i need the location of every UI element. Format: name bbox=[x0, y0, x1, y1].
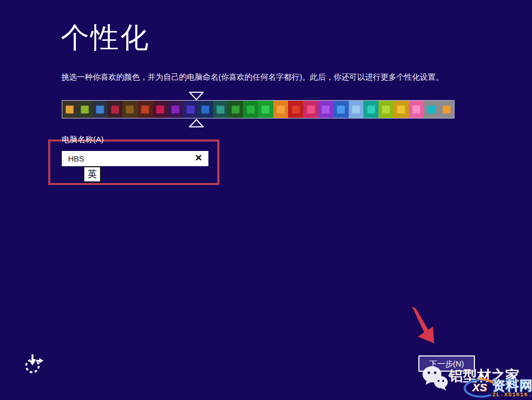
accent-swatch bbox=[277, 105, 285, 113]
color-cell-18[interactable] bbox=[334, 101, 349, 118]
accent-swatch bbox=[66, 105, 74, 113]
color-cell-1[interactable] bbox=[77, 101, 93, 118]
accent-swatch bbox=[322, 105, 330, 113]
accent-swatch bbox=[186, 105, 194, 113]
color-cell-23[interactable] bbox=[409, 101, 424, 118]
ease-of-access-icon[interactable] bbox=[24, 353, 43, 375]
wechat-icon bbox=[422, 365, 449, 391]
color-cell-21[interactable] bbox=[379, 101, 394, 118]
clear-input-icon[interactable]: ✕ bbox=[193, 153, 204, 164]
color-cell-19[interactable] bbox=[349, 101, 364, 118]
xs-site-logo: XS 资料网 ZL.XS1616.COM bbox=[463, 377, 532, 400]
page-subtitle: 挑选一种你喜欢的颜色，并为自己的电脑命名(你喜欢的任何名字都行)。此后，你还可以… bbox=[61, 72, 470, 82]
color-cell-12[interactable] bbox=[243, 101, 258, 118]
accent-swatch bbox=[427, 105, 435, 113]
accent-swatch bbox=[171, 105, 179, 113]
computer-name-input[interactable] bbox=[62, 151, 208, 166]
computer-name-field-wrap: ✕ bbox=[62, 151, 208, 166]
color-cell-25[interactable] bbox=[439, 101, 454, 118]
accent-swatch bbox=[231, 105, 239, 113]
accent-swatch bbox=[262, 105, 270, 113]
ime-language-indicator[interactable]: 英 bbox=[83, 166, 101, 182]
color-cell-11[interactable] bbox=[228, 101, 243, 118]
accent-swatch bbox=[367, 105, 375, 113]
slider-indicator-up-icon[interactable] bbox=[189, 119, 204, 127]
color-cell-2[interactable] bbox=[93, 101, 108, 118]
annotation-arrow-icon bbox=[409, 307, 442, 349]
color-cell-22[interactable] bbox=[394, 101, 409, 118]
color-cell-4[interactable] bbox=[123, 101, 138, 118]
computer-name-label: 电脑名称(A) bbox=[62, 135, 104, 145]
slider-indicator-down-icon[interactable] bbox=[189, 92, 204, 100]
accent-swatch bbox=[382, 105, 390, 113]
color-cell-14[interactable] bbox=[273, 101, 289, 118]
color-slider-strip[interactable] bbox=[62, 100, 455, 118]
accent-swatch bbox=[81, 105, 89, 113]
accent-swatch bbox=[141, 105, 149, 113]
color-cell-16[interactable] bbox=[303, 101, 318, 118]
accent-swatch bbox=[397, 105, 405, 113]
color-cell-20[interactable] bbox=[363, 101, 379, 118]
color-cell-0[interactable] bbox=[62, 101, 77, 118]
color-cell-6[interactable] bbox=[153, 101, 168, 118]
color-cell-24[interactable] bbox=[424, 101, 439, 118]
accent-swatch bbox=[352, 105, 360, 113]
accent-swatch bbox=[96, 105, 104, 113]
color-cell-13[interactable] bbox=[258, 101, 273, 118]
color-cell-17[interactable] bbox=[318, 101, 334, 118]
color-cell-10[interactable] bbox=[213, 101, 228, 118]
accent-swatch bbox=[442, 105, 450, 113]
accent-swatch bbox=[247, 105, 254, 113]
color-cell-7[interactable] bbox=[168, 101, 183, 118]
color-cell-15[interactable] bbox=[288, 101, 303, 118]
accent-swatch bbox=[337, 105, 345, 113]
accent-swatch bbox=[156, 105, 164, 113]
logo-initials: XS bbox=[472, 381, 487, 394]
color-cell-8-selected[interactable] bbox=[183, 101, 198, 118]
accent-swatch bbox=[412, 105, 420, 113]
color-cell-3[interactable] bbox=[107, 101, 123, 118]
color-cell-9[interactable] bbox=[198, 101, 213, 118]
accent-swatch bbox=[202, 105, 209, 113]
logo-site-url: ZL.XS1616.COM bbox=[492, 392, 532, 398]
accent-swatch bbox=[292, 105, 300, 113]
accent-swatch bbox=[217, 105, 225, 113]
page-title: 个性化 bbox=[61, 19, 150, 57]
color-cell-5[interactable] bbox=[138, 101, 153, 118]
accent-swatch bbox=[307, 105, 315, 113]
accent-swatch bbox=[111, 105, 119, 113]
accent-swatch bbox=[126, 105, 134, 113]
